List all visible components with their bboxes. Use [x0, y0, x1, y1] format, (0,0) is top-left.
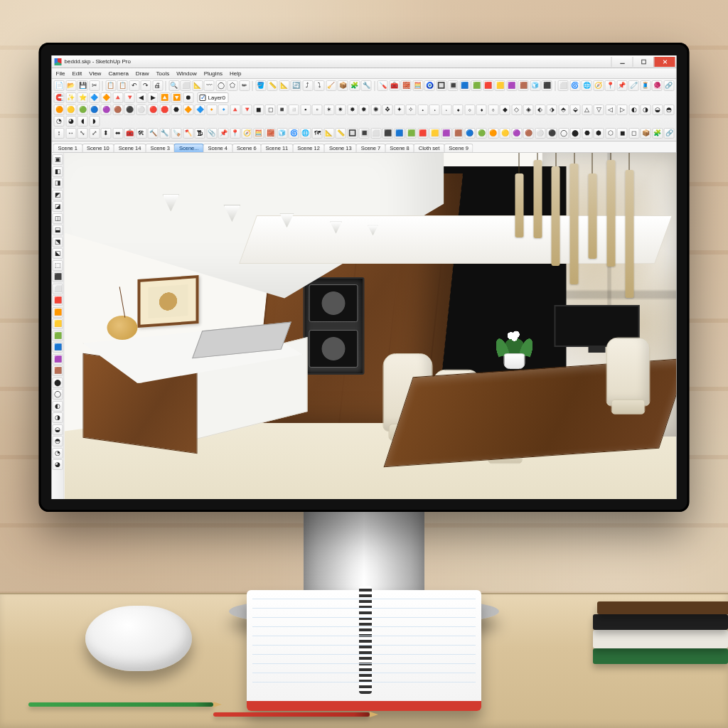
- toolbar-button[interactable]: ⬛: [542, 80, 552, 91]
- side-toolbar-button[interactable]: ⬜: [53, 284, 63, 294]
- side-toolbar-button[interactable]: 🟩: [53, 331, 63, 341]
- toolbar-button[interactable]: ◑: [641, 105, 651, 115]
- toolbar-button[interactable]: 🟩: [406, 128, 417, 139]
- toolbar-button[interactable]: 🟪: [441, 128, 451, 139]
- toolbar-button[interactable]: 🟩: [471, 80, 482, 91]
- scene-tab[interactable]: Scene 4: [203, 144, 233, 152]
- toolbar-button[interactable]: 🔼: [159, 92, 170, 103]
- toolbar-button[interactable]: ◽: [289, 105, 299, 115]
- scene-tab[interactable]: Scene 3: [145, 144, 175, 152]
- toolbar-button[interactable]: 🔳: [448, 80, 459, 91]
- toolbar-button[interactable]: ⬜: [181, 80, 191, 91]
- scene-tab[interactable]: Scene...: [174, 144, 204, 152]
- toolbar-button[interactable]: ◼: [617, 128, 628, 139]
- toolbar-button[interactable]: ▽: [594, 105, 604, 115]
- toolbar-button[interactable]: 🟪: [506, 80, 517, 91]
- toolbar-button[interactable]: 🪓: [183, 128, 193, 139]
- toolbar-button[interactable]: 🔲: [347, 128, 358, 139]
- toolbar-button[interactable]: 🔺: [230, 105, 240, 115]
- layer-visible-checkbox[interactable]: [200, 95, 206, 101]
- toolbar-button[interactable]: 🟨: [429, 128, 440, 139]
- toolbar-button[interactable]: ◯: [558, 128, 569, 139]
- side-toolbar-button[interactable]: ◓: [53, 436, 63, 446]
- toolbar-button[interactable]: ⬥: [453, 105, 464, 115]
- toolbar-button[interactable]: ✹: [359, 105, 370, 115]
- toolbar-button[interactable]: ▷: [617, 105, 628, 115]
- toolbar-button[interactable]: 🔲: [436, 80, 446, 91]
- side-toolbar-button[interactable]: 🟧: [53, 307, 63, 318]
- scene-tab[interactable]: Scene 14: [114, 144, 146, 152]
- toolbar-button[interactable]: 📌: [218, 128, 229, 139]
- toolbar-button[interactable]: 🟫: [518, 80, 529, 91]
- scene-tab[interactable]: Scene 10: [82, 144, 114, 152]
- side-toolbar-button[interactable]: ◫: [53, 213, 63, 224]
- menu-help[interactable]: Help: [230, 70, 241, 77]
- toolbar-button[interactable]: ⚪: [535, 128, 545, 139]
- toolbar-button[interactable]: ◒: [652, 105, 663, 115]
- toolbar-button[interactable]: 🔨: [148, 128, 159, 139]
- toolbar-button[interactable]: 🔹: [218, 105, 229, 115]
- side-toolbar-button[interactable]: ◐: [53, 401, 63, 412]
- toolbar-button[interactable]: 📋: [117, 80, 128, 91]
- toolbar-button[interactable]: 🔻: [124, 92, 135, 103]
- toolbar-button[interactable]: 🟡: [65, 105, 76, 115]
- toolbar-button[interactable]: 🔗: [663, 80, 674, 91]
- toolbar-button[interactable]: ⬦: [464, 105, 475, 115]
- toolbar-button[interactable]: ⤡: [77, 128, 88, 139]
- toolbar-button[interactable]: 🔗: [664, 128, 675, 139]
- toolbar-button[interactable]: ◻: [628, 128, 639, 139]
- side-toolbar-button[interactable]: ◧: [53, 166, 63, 177]
- side-toolbar-button[interactable]: ◑: [53, 412, 63, 423]
- toolbar-button[interactable]: 🧊: [277, 128, 287, 139]
- toolbar-button[interactable]: 📦: [641, 128, 651, 139]
- toolbar-button[interactable]: 🟤: [112, 105, 123, 115]
- toolbar-button[interactable]: ⬨: [488, 105, 498, 115]
- toolbar-button[interactable]: 🧮: [412, 80, 423, 91]
- toolbar-button[interactable]: 🔻: [242, 105, 252, 115]
- toolbar-button[interactable]: 🧶: [652, 80, 663, 91]
- layer-selector[interactable]: Layer0: [198, 92, 229, 103]
- toolbar-button[interactable]: 🛑: [159, 105, 170, 115]
- side-toolbar-button[interactable]: ⬤: [53, 378, 63, 388]
- toolbar-button[interactable]: 📌: [616, 80, 627, 91]
- toolbar-button[interactable]: ⬪: [429, 105, 440, 115]
- toolbar-button[interactable]: 🪣: [255, 80, 266, 91]
- toolbar-button[interactable]: 🟠: [488, 128, 498, 139]
- toolbar-button[interactable]: 🧩: [652, 128, 663, 139]
- toolbar-button[interactable]: 📐: [192, 80, 203, 91]
- side-toolbar-button[interactable]: ▣: [53, 154, 63, 165]
- toolbar-button[interactable]: ⬙: [570, 105, 581, 115]
- toolbar-button[interactable]: 🪚: [171, 128, 182, 139]
- toolbar-button[interactable]: 🔶: [183, 105, 193, 115]
- toolbar-button[interactable]: ⬡: [605, 128, 616, 139]
- toolbar-button[interactable]: ◀: [136, 92, 146, 103]
- toolbar-button[interactable]: 🧵: [640, 80, 651, 91]
- scene-tab[interactable]: Scene 11: [261, 144, 294, 152]
- toolbar-button[interactable]: ⬤: [570, 128, 581, 139]
- toolbar-button[interactable]: ◕: [65, 116, 76, 127]
- toolbar-button[interactable]: 🟣: [511, 128, 522, 139]
- menu-draw[interactable]: Draw: [136, 70, 149, 77]
- toolbar-button[interactable]: ▫: [312, 105, 323, 115]
- toolbar-button[interactable]: 🧿: [424, 80, 435, 91]
- side-toolbar-button[interactable]: ◪: [53, 201, 63, 212]
- toolbar-button[interactable]: 📂: [65, 80, 76, 91]
- toolbar-button[interactable]: 🧰: [124, 128, 135, 139]
- toolbar-button[interactable]: ⬠: [228, 80, 238, 91]
- toolbar-button[interactable]: ⏺: [183, 92, 193, 103]
- side-toolbar-button[interactable]: ◩: [53, 190, 63, 200]
- toolbar-button[interactable]: ⬗: [547, 105, 557, 115]
- scene-tab[interactable]: Scene 12: [292, 144, 325, 152]
- side-toolbar-button[interactable]: ◨: [53, 178, 63, 188]
- toolbar-button[interactable]: 🗜: [195, 128, 205, 139]
- toolbar-button[interactable]: ⬌: [112, 128, 123, 139]
- toolbar-button[interactable]: 📐: [279, 80, 289, 91]
- toolbar-button[interactable]: 〰: [204, 80, 215, 91]
- toolbar-button[interactable]: 🧹: [326, 80, 336, 91]
- menu-tools[interactable]: Tools: [156, 70, 170, 77]
- toolbar-button[interactable]: 🛠: [136, 128, 146, 139]
- toolbar-button[interactable]: 🔽: [171, 92, 182, 103]
- side-toolbar-button[interactable]: ◒: [53, 424, 63, 435]
- toolbar-button[interactable]: 📐: [323, 128, 334, 139]
- scene-tab[interactable]: Scene 6: [232, 144, 262, 152]
